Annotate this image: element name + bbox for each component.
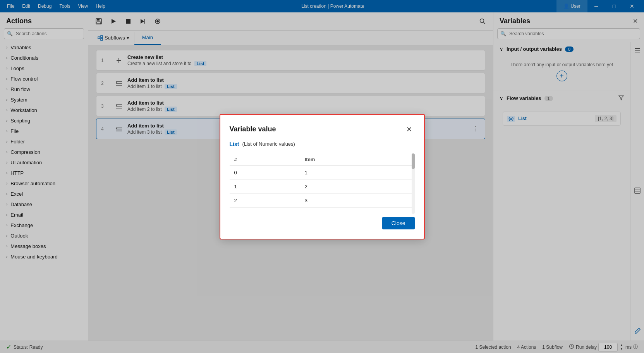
modal-table-area[interactable]: # Item 0 1 1 2 2 3 [230, 153, 415, 214]
modal-subtitle: List (List of Numeric values) [230, 141, 415, 147]
scrollbar-thumb [412, 153, 415, 169]
row-value: 3 [300, 193, 415, 207]
modal-overlay[interactable]: Variable value ✕ List (List of Numeric v… [0, 0, 644, 353]
modal-header: Variable value ✕ [230, 124, 415, 135]
modal-title: Variable value [230, 125, 276, 133]
modal-footer: Close [230, 217, 415, 229]
modal-close-confirm-button[interactable]: Close [382, 217, 415, 229]
row-value: 2 [300, 179, 415, 193]
col-header-index: # [230, 153, 300, 166]
row-index: 1 [230, 179, 300, 193]
modal-close-button[interactable]: ✕ [404, 124, 415, 135]
modal-table: # Item 0 1 1 2 2 3 [230, 153, 415, 208]
variable-value-modal: Variable value ✕ List (List of Numeric v… [220, 114, 425, 239]
table-row: 2 3 [230, 193, 415, 207]
modal-list-label: List [230, 141, 239, 147]
col-header-item: Item [300, 153, 415, 166]
table-row: 0 1 [230, 165, 415, 179]
table-row: 1 2 [230, 179, 415, 193]
row-index: 2 [230, 193, 300, 207]
row-value: 1 [300, 165, 415, 179]
modal-list-type: (List of Numeric values) [242, 141, 295, 147]
row-index: 0 [230, 165, 300, 179]
